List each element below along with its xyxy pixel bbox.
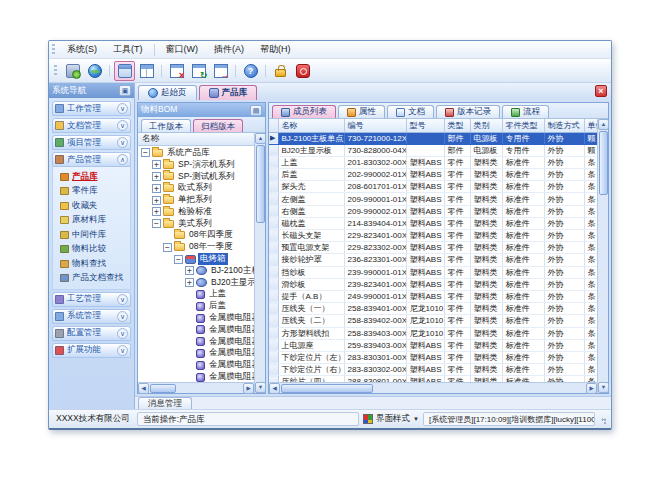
- table-row[interactable]: 方形塑料线扣258-839403-00X尼龙1010零件塑料类标准件外协条: [269, 327, 597, 339]
- exit-button[interactable]: [292, 61, 313, 81]
- scroll-right-icon[interactable]: ▶: [586, 383, 597, 394]
- expand-icon[interactable]: +: [152, 207, 161, 216]
- scroll-thumb[interactable]: [281, 384, 373, 393]
- chevron-down-icon[interactable]: ∨: [117, 137, 128, 148]
- table-refresh-button[interactable]: [188, 61, 209, 81]
- table-row[interactable]: 压线夹（二）258-839402-00X尼龙1010零件塑料类标准件外协条: [269, 315, 597, 327]
- scroll-thumb[interactable]: [256, 145, 265, 223]
- scroll-down-icon[interactable]: ▼: [598, 382, 609, 393]
- menu-item[interactable]: 工具(T): [105, 41, 151, 58]
- workspace-button[interactable]: [62, 61, 83, 81]
- sidebar-group-配置管理[interactable]: 配置管理∨: [52, 326, 131, 341]
- table-row[interactable]: 预置电源支架229-823302-00X塑料ABS零件塑料类标准件外协条: [269, 242, 597, 254]
- collapse-icon[interactable]: −: [174, 255, 183, 264]
- tab-成员列表[interactable]: 成员列表: [272, 105, 336, 118]
- scroll-left-icon[interactable]: ◀: [269, 383, 280, 394]
- tab-版本记录[interactable]: 版本记录: [436, 105, 500, 118]
- table-row[interactable]: 上盖201-830302-00X塑料ABS零件塑料类标准件外协条: [269, 156, 597, 168]
- table-row[interactable]: 提手（A.B）249-990001-01X塑料ABS零件塑料类标准件外协条: [269, 290, 597, 302]
- column-header-类别[interactable]: 类别: [470, 119, 502, 132]
- sidebar-options-button[interactable]: ▣: [119, 85, 131, 96]
- tree-item[interactable]: +BJ20主显示板: [138, 277, 254, 289]
- tab-message-management[interactable]: 消息管理: [138, 397, 192, 409]
- chevron-down-icon[interactable]: ∨: [117, 120, 128, 131]
- column-header-型号[interactable]: 型号: [406, 119, 444, 132]
- close-icon[interactable]: ×: [595, 85, 607, 97]
- tree-item[interactable]: −系统产品库: [138, 147, 254, 159]
- tree-item[interactable]: +SP-演示机系列: [138, 159, 254, 171]
- lock-button[interactable]: [270, 61, 291, 81]
- tree-item[interactable]: +单把系列: [138, 194, 254, 206]
- table-delete-button[interactable]: [166, 61, 187, 81]
- tree-hscrollbar[interactable]: ◀ ▶: [138, 382, 254, 393]
- menu-item[interactable]: 帮助(H): [252, 41, 299, 58]
- table-row[interactable]: 下纱定位片（右）283-830302-00X塑料ABS零件塑料类标准件外协条: [269, 364, 597, 376]
- menu-item[interactable]: 系统(S): [59, 41, 105, 58]
- scroll-right-icon[interactable]: ▶: [243, 383, 254, 394]
- tree-item[interactable]: −电烤箱: [138, 253, 254, 265]
- bom-panel-menu-button[interactable]: ▤: [250, 105, 262, 116]
- sidebar-item-物料查找[interactable]: 物料查找: [60, 257, 129, 270]
- sidebar-item-零件库[interactable]: 零件库: [60, 185, 129, 198]
- expand-icon[interactable]: +: [152, 172, 161, 181]
- tree-item[interactable]: 金属膜电阻器: [138, 371, 254, 382]
- sidebar-group-系统管理[interactable]: 系统管理∨: [52, 309, 131, 324]
- tree-item[interactable]: +欧式系列: [138, 182, 254, 194]
- sidebar-item-原材料库[interactable]: 原材料库: [60, 214, 129, 227]
- table-row[interactable]: 接纱轮护罩236-823301-00X塑料ABS零件塑料类标准件外协条: [269, 254, 597, 266]
- chevron-down-icon[interactable]: ∨: [117, 294, 128, 305]
- chevron-down-icon[interactable]: ∨: [117, 345, 128, 356]
- scroll-thumb[interactable]: [150, 384, 176, 393]
- sidebar-group-工艺管理[interactable]: 工艺管理∨: [52, 292, 131, 307]
- table-row[interactable]: 滑纱板239-823401-00X塑料ABS零件塑料类标准件外协条: [269, 278, 597, 290]
- scroll-thumb[interactable]: [599, 131, 608, 195]
- expand-icon[interactable]: +: [152, 160, 161, 169]
- collapse-icon[interactable]: −: [152, 219, 161, 228]
- chevron-down-icon[interactable]: ∨: [117, 328, 128, 339]
- sidebar-item-中间件库[interactable]: 中间件库: [60, 228, 129, 241]
- scroll-down-icon[interactable]: ▼: [255, 382, 266, 393]
- column-header-制造方式[interactable]: 制造方式: [544, 119, 584, 132]
- table-row[interactable]: 长磁头支架229-823401-00X塑料ABS零件塑料类标准件外协条: [269, 230, 597, 242]
- tab-流程[interactable]: 流程: [502, 105, 549, 118]
- tab-文档[interactable]: 文档: [387, 105, 434, 118]
- menu-item[interactable]: 插件(A): [206, 41, 252, 58]
- table-row[interactable]: 压线夹（一）258-839401-00X尼龙1010零件塑料类标准件外协条: [269, 303, 597, 315]
- tree-item[interactable]: 金属膜电阻器: [138, 312, 254, 324]
- table-row[interactable]: 后盖202-990002-01X塑料ABS零件塑料类标准件外协条: [269, 169, 597, 181]
- sidebar-item-收藏夹[interactable]: 收藏夹: [60, 199, 129, 212]
- table-row[interactable]: 左侧盖209-990001-01X塑料ABS零件塑料类标准件外协条: [269, 193, 597, 205]
- folder-window-button[interactable]: [114, 61, 135, 81]
- resize-grip[interactable]: [599, 413, 607, 425]
- layout-button[interactable]: [136, 61, 157, 81]
- doc-tab-起始页[interactable]: 起始页: [138, 85, 197, 100]
- tree-item[interactable]: +SP-测试机系列: [138, 171, 254, 183]
- menu-grip[interactable]: [52, 44, 55, 56]
- tree-item[interactable]: +检验标准: [138, 206, 254, 218]
- expand-icon[interactable]: +: [152, 196, 161, 205]
- table-hscrollbar[interactable]: ◀ ▶: [269, 382, 597, 393]
- tab-属性[interactable]: 属性: [338, 105, 385, 118]
- expand-icon[interactable]: +: [152, 184, 161, 193]
- chevron-up-icon[interactable]: ∧: [117, 154, 128, 165]
- column-header-类型[interactable]: 类型: [444, 119, 470, 132]
- column-header-编号[interactable]: 编号: [344, 119, 406, 132]
- sidebar-item-物料比较[interactable]: 物料比较: [60, 243, 129, 256]
- sidebar-item-产品文档查找[interactable]: 产品文档查找: [60, 272, 129, 285]
- table-row[interactable]: BJ20主显示板730-828000-04X部件电源板专用件外协颗: [269, 144, 597, 156]
- help-button[interactable]: [240, 61, 261, 81]
- tree-item[interactable]: 08年四季度: [138, 230, 254, 242]
- sidebar-group-工作管理[interactable]: 工作管理∨: [52, 101, 131, 116]
- chevron-down-icon[interactable]: ∨: [117, 311, 128, 322]
- table-row[interactable]: 上电源座259-839403-00X塑料ABS零件塑料类标准件外协条: [269, 339, 597, 351]
- toolbar-grip[interactable]: [54, 65, 57, 77]
- menu-item[interactable]: 窗口(W): [158, 41, 207, 58]
- tree-item[interactable]: 金属膜电阻器: [138, 324, 254, 336]
- tree-column-header[interactable]: 名称: [138, 133, 254, 146]
- scroll-left-icon[interactable]: ◀: [138, 383, 149, 394]
- table-export-button[interactable]: [210, 61, 231, 81]
- globe-button[interactable]: [84, 61, 105, 81]
- tree-item[interactable]: −08年一季度: [138, 241, 254, 253]
- sidebar-group-扩展功能[interactable]: 扩展功能∨: [52, 343, 131, 358]
- tree-vscrollbar[interactable]: ▲ ▼: [254, 133, 265, 393]
